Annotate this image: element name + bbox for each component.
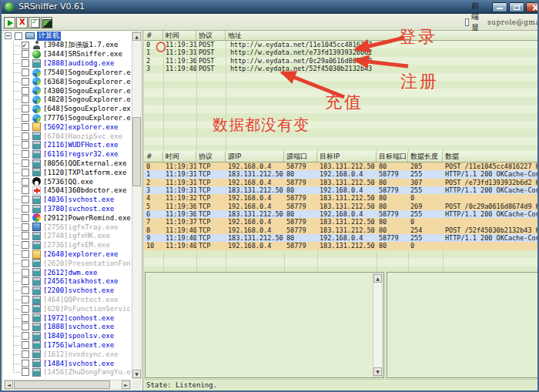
col-header-dest-ip[interactable]: 目标IP — [317, 152, 377, 162]
process-item[interactable]: [1456]ZhuDongFangYu.exe — [3, 367, 131, 377]
process-item[interactable]: [4504]360bdoctor.exe — [3, 186, 131, 196]
tcp-packet-row[interactable]: 8 11:19:40 TCP 192.168.0.4 58779 183.131… — [144, 226, 539, 234]
process-checkbox[interactable] — [22, 205, 29, 213]
process-item[interactable]: [2456]taskhost.exe — [3, 277, 131, 286]
process-item[interactable]: [2736]igfxEM.exe — [3, 240, 131, 250]
process-checkbox[interactable] — [22, 69, 29, 76]
toolbar-button[interactable] — [16, 17, 28, 28]
col-header-dest-port[interactable]: 目标端口 — [377, 152, 408, 162]
process-item[interactable]: [620]PsFunctionService.exe — [3, 304, 131, 313]
process-checkbox[interactable] — [22, 314, 29, 322]
col-header-protocol[interactable]: 协议 — [196, 31, 226, 40]
col-header-source-ip[interactable]: 源IP — [226, 152, 284, 162]
process-item[interactable]: [2116]WUDFHost.exe — [3, 141, 131, 150]
process-item[interactable]: [7540]SogouExplorer.exe — [3, 68, 131, 77]
close-button[interactable] — [526, 2, 539, 12]
process-checkbox[interactable] — [22, 159, 29, 167]
process-checkbox[interactable] — [22, 105, 29, 112]
col-header-time[interactable]: 时间 — [163, 31, 196, 40]
tree-hscroll-thumb[interactable] — [14, 380, 110, 389]
process-item[interactable]: [5736]QQ.exe — [3, 177, 131, 186]
col-header-index[interactable]: # — [144, 152, 163, 162]
tcp-packet-row[interactable]: 9 11:19:40 TCP 183.131.212.50 80 192.168… — [144, 234, 539, 242]
toolbar-button[interactable] — [41, 17, 52, 28]
process-checkbox[interactable] — [22, 141, 29, 149]
http-request-row[interactable]: 1 11:19:31 POST http://w.eydata.net/e73f… — [144, 49, 539, 56]
tree-vscroll-thumb[interactable] — [132, 117, 141, 186]
process-checkbox[interactable] — [22, 332, 29, 340]
process-item[interactable]: [2648]explorer.exe — [3, 250, 131, 259]
process-checkbox[interactable] — [22, 196, 29, 203]
tree-root-computer[interactable]: 计算机 — [3, 32, 131, 41]
process-item[interactable]: [3780]svchost.exe — [3, 204, 131, 213]
tree-vertical-scrollbar[interactable] — [132, 32, 142, 379]
col-header-time[interactable]: 时间 — [163, 152, 196, 162]
scroll-down-icon[interactable] — [373, 367, 382, 376]
maximize-button[interactable] — [509, 2, 524, 12]
process-checkbox[interactable] — [22, 269, 29, 276]
frontend-display-checkbox[interactable] — [465, 18, 469, 26]
process-checkbox[interactable] — [22, 78, 29, 85]
process-item[interactable]: [1756]wlanext.exe — [3, 340, 131, 350]
process-item[interactable]: [2888]audiodg.exe — [3, 59, 131, 68]
tree-horizontal-scrollbar[interactable] — [4, 380, 131, 390]
col-header-source-port[interactable]: 源端口 — [284, 152, 317, 162]
process-item[interactable]: [648]SogouExplorer.exe — [3, 104, 131, 113]
process-checkbox[interactable] — [22, 341, 29, 349]
process-item[interactable]: [3444]SRSniffer.exe — [3, 50, 131, 59]
process-item[interactable]: [6116]regsvr32.exe — [3, 149, 131, 159]
process-checkbox[interactable] — [22, 87, 29, 95]
process-checkbox[interactable] — [22, 250, 29, 258]
scroll-up-icon[interactable] — [373, 274, 382, 283]
tcp-packet-row[interactable]: 6 11:19:36 TCP 183.131.212.50 80 192.168… — [144, 210, 539, 218]
process-checkbox[interactable] — [22, 186, 29, 194]
toolbar-button[interactable] — [4, 17, 15, 28]
tcp-packet-row[interactable]: 7 11:19:37 TCP 192.168.0.4 58779 183.131… — [144, 218, 539, 226]
process-item[interactable]: [8056]QQExternal.exe — [3, 159, 131, 168]
tcp-packet-row[interactable]: 2 11:19:31 TCP 192.168.0.4 58779 183.131… — [144, 179, 539, 186]
tcp-packet-row[interactable]: 4 11:19:32 TCP 192.168.0.4 58779 183.131… — [144, 194, 539, 202]
col-header-protocol[interactable]: 协议 — [196, 152, 226, 162]
detail-vertical-scrollbar[interactable] — [373, 273, 383, 377]
process-checkbox[interactable] — [22, 323, 29, 330]
process-checkbox[interactable] — [22, 223, 29, 231]
tcp-packet-row[interactable]: 0 11:19:31 TCP 192.168.0.4 58779 183.131… — [144, 162, 539, 170]
process-item[interactable]: [2756]igfxTray.exe — [3, 223, 131, 232]
http-request-row[interactable]: 3 11:19:40 POST http://w.eydata.net/52f4… — [144, 65, 539, 72]
process-checkbox[interactable] — [22, 95, 29, 103]
process-item[interactable]: [1888]svchost.exe — [3, 323, 131, 332]
process-checkbox[interactable] — [22, 305, 29, 313]
title-bar[interactable]: SRSniffer V0.61 — [0, 0, 539, 14]
collapse-icon[interactable] — [5, 32, 12, 39]
process-item[interactable]: [2200]svchost.exe — [3, 286, 131, 295]
process-checkbox[interactable] — [22, 277, 29, 285]
process-item[interactable]: [1612]nvxdsync.exe — [3, 350, 131, 359]
process-item[interactable]: [2612]dwm.exe — [3, 268, 131, 277]
process-item[interactable]: [3948]加强版1.7.exe — [3, 41, 131, 50]
process-item[interactable]: [1972]conhost.exe — [3, 313, 131, 323]
process-checkbox[interactable] — [22, 214, 29, 222]
tcp-packet-row[interactable]: 1 11:19:31 TCP 183.131.212.50 80 192.168… — [144, 170, 539, 178]
process-item[interactable]: [7776]SogouExplorer.exe — [3, 113, 131, 122]
process-item[interactable]: [464]QQProtect.exe — [3, 295, 131, 304]
process-checkbox[interactable] — [22, 169, 29, 176]
process-checkbox[interactable] — [22, 286, 29, 294]
process-checkbox[interactable] — [22, 296, 29, 303]
col-header-data[interactable]: 数据 — [443, 152, 539, 162]
process-checkbox[interactable] — [22, 232, 29, 240]
http-request-row[interactable]: 2 11:19:36 POST http://w.eydata.net/0c29… — [144, 57, 539, 65]
process-checkbox[interactable] — [22, 132, 29, 140]
tcp-packet-row[interactable]: 5 11:19:36 TCP 192.168.0.4 58779 183.131… — [144, 203, 539, 210]
process-item[interactable]: [4828]SogouExplorer.exe — [3, 95, 131, 105]
process-item[interactable]: [2620]PresentationFontCach — [3, 259, 131, 268]
process-item[interactable]: [6704]HaozipSvc.exe — [3, 132, 131, 141]
col-header-index[interactable]: # — [144, 31, 163, 40]
col-header-data-length[interactable]: 数据长度 — [408, 152, 443, 162]
process-checkbox[interactable] — [22, 350, 29, 358]
toolbar-button[interactable] — [28, 17, 40, 28]
process-checkbox[interactable] — [22, 368, 29, 376]
tcp-packet-row[interactable]: 10 11:19:40 TCP 192.168.0.4 58779 183.13… — [144, 242, 539, 250]
process-checkbox[interactable] — [22, 241, 29, 249]
process-item[interactable]: [4300]SogouExplorer.exe — [3, 86, 131, 95]
process-checkbox[interactable] — [22, 59, 29, 67]
